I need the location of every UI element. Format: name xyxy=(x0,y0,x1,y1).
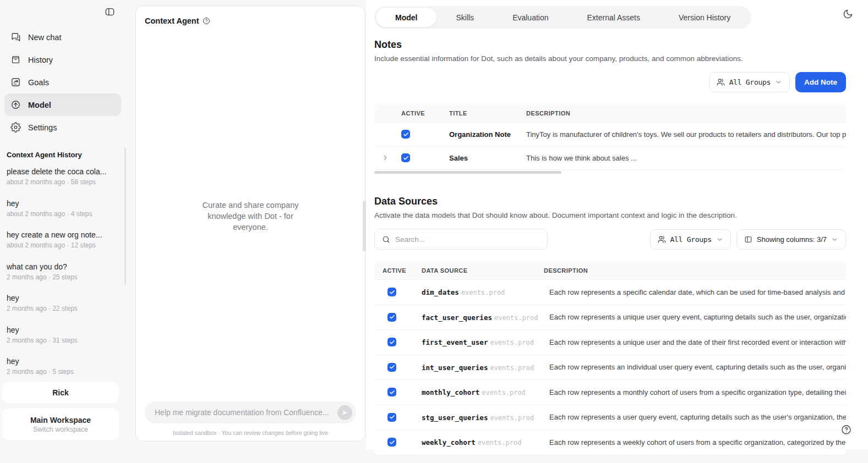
note-active-checkbox[interactable] xyxy=(401,130,410,139)
sidebar-item-label: Model xyxy=(28,101,51,109)
note-active-checkbox[interactable] xyxy=(401,153,410,162)
history-list-item[interactable]: what can you do? 2 months ago · 25 steps xyxy=(7,262,122,282)
history-item-meta: 2 months ago · 25 steps xyxy=(7,273,122,282)
data-source-active-checkbox[interactable] xyxy=(387,288,396,296)
sidebar-item-settings[interactable]: Settings xyxy=(4,116,121,139)
data-sources-section-subtitle: Activate the data models that Dot should… xyxy=(374,211,846,219)
notes-group-filter-value: All Groups xyxy=(729,78,771,86)
main-panel: Model Skills Evaluation External Assets … xyxy=(366,0,868,449)
history-item-title: hey xyxy=(7,356,122,367)
note-description: TinyToy is manufacturer of children's to… xyxy=(521,130,846,139)
sidebar-item-goals[interactable]: Goals xyxy=(4,71,121,93)
data-source-description: Each row represents a unique user query … xyxy=(544,313,846,321)
note-description: This is how we think about sales ... xyxy=(521,154,846,162)
data-source-description: Each row represents a specific calendar … xyxy=(544,288,846,296)
data-source-active-checkbox[interactable] xyxy=(387,388,396,396)
data-sources-search-input[interactable]: Search... xyxy=(374,229,548,250)
history-list-item[interactable]: hey 2 months ago · 5 steps xyxy=(7,356,122,375)
tab[interactable]: External Assets xyxy=(568,8,660,27)
users-icon xyxy=(658,235,666,244)
context-agent-history-title: Context Agent History xyxy=(7,151,82,159)
history-item-meta: 2 months ago · 22 steps xyxy=(7,304,122,313)
tab-label: Model xyxy=(395,13,417,22)
data-source-name: int_user_queries xyxy=(422,363,488,372)
notes-section-subtitle: Include essential information for Dot, s… xyxy=(374,54,846,63)
agent-panel-scrollbar[interactable] xyxy=(363,201,366,251)
sidebar-item-new-chat[interactable]: New chat xyxy=(4,26,121,48)
add-note-button[interactable]: Add Note xyxy=(795,72,846,92)
col-data-source: DATA SOURCE xyxy=(422,267,544,274)
col-active: ACTIVE xyxy=(396,110,444,117)
history-item-meta: 2 months ago · 5 steps xyxy=(7,367,122,375)
sidebar-scrollbar[interactable] xyxy=(124,147,126,285)
showing-columns-dropdown[interactable]: Showing columns: 3/7 xyxy=(736,229,846,250)
chevron-down-icon xyxy=(716,236,723,243)
dark-mode-toggle[interactable] xyxy=(843,9,853,19)
context-agent-history-list: please delete the coca cola... about 2 m… xyxy=(7,167,122,375)
history-item-title: please delete the coca cola... xyxy=(7,167,122,177)
tab[interactable]: Model xyxy=(376,8,436,27)
history-list-item[interactable]: hey about 2 months ago · 4 steps xyxy=(7,199,122,219)
sidebar-toggle-icon[interactable] xyxy=(105,7,115,17)
search-placeholder: Search... xyxy=(395,235,425,244)
user-button[interactable]: Rick xyxy=(2,382,119,403)
tab[interactable]: Evaluation xyxy=(493,8,567,27)
workspace-switch-label: Switch workspace xyxy=(33,426,88,433)
data-source-schema: events.prod xyxy=(461,289,505,296)
data-sources-group-filter-value: All Groups xyxy=(670,235,712,244)
history-list-item[interactable]: hey 2 months ago · 31 steps xyxy=(7,325,122,345)
note-row: Organization Note TinyToy is manufacture… xyxy=(374,122,846,146)
help-icon[interactable] xyxy=(203,17,210,25)
moon-icon xyxy=(843,9,853,19)
notes-table-hscrollbar[interactable] xyxy=(374,171,561,174)
history-item-title: hey xyxy=(7,293,122,304)
data-source-schema: events.prod xyxy=(482,389,525,396)
data-source-schema: events.prod xyxy=(490,414,533,422)
data-source-schema: events.prod xyxy=(490,339,533,346)
agent-chat-input[interactable]: Help me migrate documentation from Confl… xyxy=(145,401,356,423)
data-source-active-checkbox[interactable] xyxy=(387,363,396,372)
note-row: Sales This is how we think about sales .… xyxy=(374,146,846,169)
expand-row-icon[interactable] xyxy=(374,154,396,162)
data-source-schema: events.prod xyxy=(494,314,538,322)
chevron-down-icon xyxy=(831,236,838,243)
help-button[interactable] xyxy=(841,425,851,435)
history-list-item[interactable]: hey 2 months ago · 22 steps xyxy=(7,293,122,313)
sidebar: New chat History Goals Model Settings Co… xyxy=(0,0,127,463)
data-sources-group-filter-dropdown[interactable]: All Groups xyxy=(650,229,731,250)
sidebar-item-history[interactable]: History xyxy=(4,48,121,71)
history-item-meta: 2 months ago · 31 steps xyxy=(7,336,122,345)
data-sources-section-title: Data Sources xyxy=(374,196,846,207)
notes-group-filter-dropdown[interactable]: All Groups xyxy=(709,72,790,92)
chat-icon xyxy=(10,32,21,42)
data-source-active-checkbox[interactable] xyxy=(387,313,396,322)
note-title: Sales xyxy=(444,154,521,162)
history-list-item[interactable]: please delete the coca cola... about 2 m… xyxy=(7,167,122,187)
send-arrow-icon xyxy=(341,409,348,416)
context-agent-title: Context Agent xyxy=(145,16,199,25)
data-source-row: dim_datesevents.prod Each row represents… xyxy=(374,279,846,305)
tab[interactable]: Skills xyxy=(436,8,493,27)
data-source-row: fact_user_queriesevents.prod Each row re… xyxy=(374,305,846,330)
history-item-meta: about 2 months ago · 4 steps xyxy=(7,210,122,219)
columns-icon xyxy=(744,235,752,244)
agent-input-placeholder: Help me migrate documentation from Confl… xyxy=(155,408,337,417)
history-list-item[interactable]: hey create a new org note... about 2 mon… xyxy=(7,230,122,250)
col-active: ACTIVE xyxy=(374,267,422,274)
send-button[interactable] xyxy=(337,405,352,420)
workspace-switcher[interactable]: Main Workspace Switch workspace xyxy=(2,409,119,440)
question-mark-icon xyxy=(841,425,851,435)
data-source-name: weekly_cohort xyxy=(422,438,476,447)
data-source-active-checkbox[interactable] xyxy=(387,338,396,346)
data-source-active-checkbox[interactable] xyxy=(387,438,396,447)
data-source-description: Each row represents a user query event, … xyxy=(544,413,846,421)
sidebar-item-model[interactable]: Model xyxy=(4,93,121,116)
data-source-active-checkbox[interactable] xyxy=(387,413,396,422)
data-source-schema: events.prod xyxy=(478,439,521,447)
col-title: TITLE xyxy=(444,110,521,117)
data-source-schema: events.prod xyxy=(490,364,533,372)
sidebar-item-label: History xyxy=(28,56,53,64)
tab[interactable]: Version History xyxy=(659,8,750,27)
data-source-name: dim_dates xyxy=(422,288,459,296)
data-source-description: Each row represents an individual user q… xyxy=(544,363,846,371)
